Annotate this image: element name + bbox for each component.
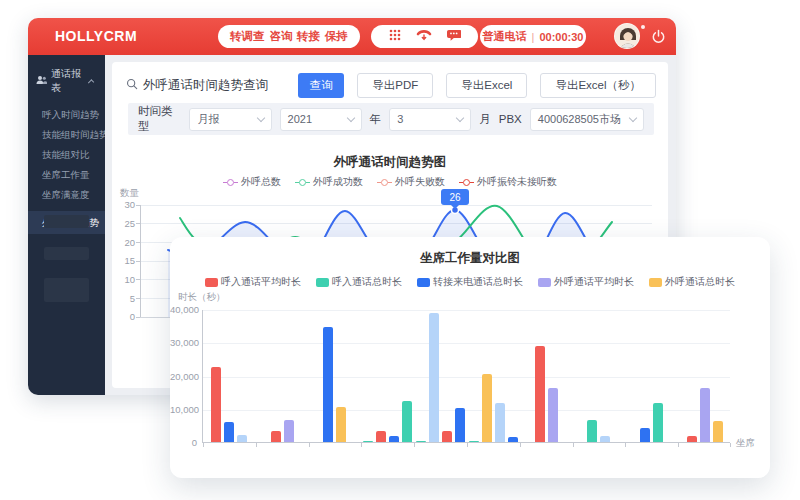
bar	[548, 388, 558, 443]
sidebar-item-inbound-trend[interactable]: 呼入时间趋势	[28, 105, 105, 125]
sidebar-item-agent-workload[interactable]: 坐席工作量	[28, 165, 105, 185]
chevron-down-icon	[256, 113, 264, 121]
x-tick	[361, 443, 362, 447]
bar	[442, 431, 452, 442]
time-type-value: 月报	[197, 112, 219, 127]
bar-group	[678, 309, 731, 442]
bar	[469, 441, 479, 442]
legend-item-outbound-noanswer[interactable]: 外呼振铃未接听数	[459, 175, 557, 189]
report-users-icon	[36, 75, 47, 87]
bar	[535, 346, 545, 442]
bar	[587, 420, 597, 442]
legend-item-transfer-total[interactable]: 转接来电通话总时长	[417, 275, 523, 289]
swatch-icon	[316, 278, 329, 287]
bar	[376, 431, 386, 442]
bar-y-axis-title: 时长（秒）	[178, 291, 226, 304]
x-tick	[309, 443, 310, 447]
ring-marker-icon	[223, 179, 238, 186]
bar	[416, 441, 426, 442]
sidebar-item-agent-satisfaction[interactable]: 坐席满意度	[28, 185, 105, 205]
legend-label: 外呼振铃未接听数	[477, 175, 557, 189]
x-tick	[414, 443, 415, 447]
bar-group	[414, 309, 467, 442]
chevron-down-icon	[456, 113, 464, 121]
time-type-label: 时间类型	[138, 104, 181, 134]
bar	[323, 327, 333, 442]
call-action-group: 转调查 咨询 转接 保持	[218, 25, 360, 48]
y-tick: 10,000	[170, 404, 197, 415]
call-type-label: 普通电话	[483, 29, 527, 44]
legend-item-outbound-total[interactable]: 外呼总数	[223, 175, 281, 189]
skeleton-block	[44, 278, 89, 302]
bar-group	[203, 309, 256, 442]
export-excel-sec-button[interactable]: 导出Excel（秒）	[540, 73, 656, 98]
hangup-phone-icon[interactable]	[416, 28, 432, 46]
export-pdf-button[interactable]: 导出PDF	[357, 73, 433, 98]
bar-chart-title: 坐席工作量对比图	[170, 250, 770, 267]
bar	[600, 436, 610, 442]
sidebar-item-skillgroup-trend[interactable]: 技能组时间趋势	[28, 125, 105, 145]
bar	[389, 436, 399, 442]
swatch-icon	[417, 278, 430, 287]
workload-chart-card: 坐席工作量对比图 呼入通话平均时长 呼入通话总时长 转接来电通话总时长 外呼通话…	[170, 237, 770, 478]
bar-chart-legend: 呼入通话平均时长 呼入通话总时长 转接来电通话总时长 外呼通话平均时长 外呼通话…	[170, 275, 770, 289]
bar	[237, 435, 247, 442]
y-tick: 0	[170, 437, 197, 448]
transfer-button[interactable]: 转接	[297, 29, 320, 44]
pbx-select[interactable]: 4000628505市场	[530, 108, 644, 131]
bar-x-axis-title: 坐席	[736, 437, 755, 450]
power-icon[interactable]	[651, 29, 666, 44]
legend-label: 呼入通话平均时长	[221, 275, 301, 289]
year-value: 2021	[288, 113, 312, 125]
month-select[interactable]: 3	[389, 108, 471, 131]
dialpad-icon[interactable]	[388, 28, 402, 46]
month-value: 3	[397, 113, 403, 125]
status-divider: |	[532, 31, 535, 43]
ring-marker-icon	[377, 179, 392, 186]
x-tick	[203, 443, 204, 447]
bar	[687, 436, 697, 442]
sidebar-item-skillgroup-compare[interactable]: 技能组对比	[28, 145, 105, 165]
bar	[336, 407, 346, 442]
consult-button[interactable]: 咨询	[269, 29, 292, 44]
legend-item-outbound-avg[interactable]: 外呼通话平均时长	[538, 275, 634, 289]
ring-marker-icon	[295, 179, 310, 186]
x-tick	[730, 443, 731, 447]
bar	[455, 408, 465, 442]
year-select[interactable]: 2021	[280, 108, 362, 131]
legend-item-inbound-total[interactable]: 呼入通话总时长	[316, 275, 402, 289]
bar-group	[520, 309, 573, 442]
y-tick: 20,000	[170, 371, 197, 382]
bar	[363, 441, 373, 442]
legend-item-outbound-fail[interactable]: 外呼失败数	[377, 175, 445, 189]
bar	[429, 313, 439, 442]
bar	[224, 422, 234, 442]
legend-label: 外呼成功数	[313, 175, 363, 189]
bar-chart-plot	[202, 310, 730, 443]
x-tick	[256, 443, 257, 447]
bar	[482, 374, 492, 443]
hold-button[interactable]: 保持	[325, 29, 348, 44]
legend-item-outbound-success[interactable]: 外呼成功数	[295, 175, 363, 189]
chevron-down-icon	[346, 113, 354, 121]
app-logo: HOLLYCRM	[55, 18, 137, 55]
search-button[interactable]: 查询	[298, 73, 344, 98]
legend-label: 外呼通话总时长	[665, 275, 735, 289]
bar	[271, 431, 281, 442]
bar	[640, 428, 650, 442]
transfer-survey-button[interactable]: 转调查	[230, 29, 265, 44]
sidebar-section-call-reports[interactable]: 通话报表	[28, 55, 105, 105]
export-excel-button[interactable]: 导出Excel	[446, 73, 527, 98]
notification-dot	[641, 25, 645, 29]
bar	[653, 403, 663, 442]
call-tools-group	[371, 25, 478, 48]
time-type-select[interactable]: 月报	[189, 108, 271, 131]
bar-group	[361, 309, 414, 442]
bar	[211, 367, 221, 443]
legend-item-inbound-avg[interactable]: 呼入通话平均时长	[205, 275, 301, 289]
call-timer: 00:00:30	[539, 31, 583, 43]
legend-label: 外呼总数	[241, 175, 281, 189]
chat-icon[interactable]	[446, 28, 461, 46]
legend-item-outbound-total[interactable]: 外呼通话总时长	[649, 275, 735, 289]
user-avatar[interactable]	[614, 23, 640, 49]
